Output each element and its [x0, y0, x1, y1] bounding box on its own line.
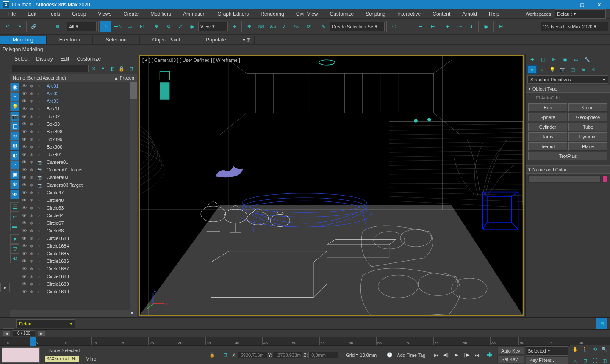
- dope-button[interactable]: 〰: [454, 21, 465, 32]
- visibility-icon[interactable]: 👁: [22, 167, 28, 172]
- polygon-modeling-label[interactable]: Polygon Modeling: [3, 47, 43, 52]
- coord-z-value[interactable]: 0,0mm: [308, 352, 338, 358]
- visibility-icon[interactable]: 👁: [22, 281, 28, 287]
- tab-objectpaint[interactable]: Object Paint: [140, 36, 193, 44]
- freeze-icon[interactable]: ❄: [30, 274, 36, 279]
- add-time-tag[interactable]: Add Time Tag: [397, 353, 430, 358]
- toggle-button[interactable]: ⊞: [427, 21, 438, 32]
- modify-tab-icon[interactable]: ◫: [538, 55, 548, 63]
- scene-item[interactable]: 👁❄○Box02: [20, 113, 130, 120]
- filter-icon[interactable]: ▼: [99, 64, 107, 73]
- object-type-header[interactable]: ▾Object Type: [526, 85, 610, 93]
- scene-item[interactable]: 👁❄○Box901: [20, 151, 130, 158]
- filter-a-icon[interactable]: ☰: [10, 202, 19, 212]
- filter-e-icon[interactable]: ▽: [10, 244, 19, 254]
- scene-item[interactable]: 👁❄○Circle68: [20, 227, 130, 234]
- menu-views[interactable]: Views: [92, 10, 117, 18]
- next-frame-button[interactable]: ∥▶: [462, 350, 471, 360]
- space-cat-icon[interactable]: ≋: [578, 65, 588, 74]
- minimize-button[interactable]: ─: [557, 0, 574, 9]
- freeze-icon[interactable]: ❄: [30, 206, 36, 210]
- visibility-icon[interactable]: 👁: [22, 205, 28, 210]
- primitive-cone[interactable]: Cone: [568, 103, 607, 112]
- freeze-icon[interactable]: ❄: [30, 198, 36, 203]
- visibility-icon[interactable]: 👁: [22, 175, 28, 180]
- spinner-snap-button[interactable]: ⟳: [303, 21, 314, 32]
- scene-item[interactable]: 👁❄○Circle64: [20, 212, 130, 219]
- lights-cat-icon[interactable]: 💡: [548, 65, 557, 74]
- primitive-plane[interactable]: Plane: [568, 142, 607, 151]
- layer-a-icon[interactable]: ≡: [584, 318, 595, 329]
- angle-snap-button[interactable]: ∠: [279, 21, 290, 32]
- material-button[interactable]: ◉: [480, 21, 491, 32]
- scene-item[interactable]: 👁❄📷Camera01: [20, 158, 130, 166]
- freeze-icon[interactable]: ❄: [30, 290, 36, 294]
- scene-item[interactable]: 👁❄○Circle1690: [20, 288, 130, 295]
- tab-selection[interactable]: Selection: [93, 36, 139, 44]
- filter-d-icon[interactable]: ▼: [10, 234, 19, 244]
- scene-item[interactable]: 👁❄○Box900: [20, 143, 130, 151]
- layer-b-icon[interactable]: ⊞: [596, 318, 607, 329]
- filter-hidden-icon[interactable]: 👁: [10, 190, 19, 199]
- freeze-icon[interactable]: ❄: [30, 122, 36, 127]
- filter-xref-icon[interactable]: ◐: [10, 151, 19, 160]
- freeze-icon[interactable]: ❄: [30, 168, 36, 172]
- scene-item[interactable]: 👁❄○Box01: [20, 105, 130, 113]
- coord-x-value[interactable]: 5920,716m: [238, 352, 267, 358]
- freeze-icon[interactable]: ❄: [30, 145, 36, 149]
- freeze-icon[interactable]: ❄: [30, 282, 36, 287]
- goto-start-button[interactable]: ⏮: [431, 350, 441, 360]
- visibility-icon[interactable]: 👁: [22, 106, 28, 111]
- visibility-icon[interactable]: 👁: [22, 152, 28, 157]
- scene-item[interactable]: 👁❄○Arc03: [20, 97, 130, 105]
- freeze-icon[interactable]: ❄: [30, 259, 36, 264]
- menu-grapheditors[interactable]: Graph Editors: [211, 10, 255, 18]
- move-button[interactable]: ✥: [151, 21, 162, 32]
- primitives-dropdown[interactable]: Standard Primitives▾: [527, 75, 608, 84]
- scene-item[interactable]: 👁❄○Circle48: [20, 196, 130, 204]
- tl-prev[interactable]: ◀: [3, 331, 10, 336]
- filter-b-icon[interactable]: ▭: [10, 212, 19, 221]
- snap-button[interactable]: 2.5: [267, 21, 278, 32]
- scale-button[interactable]: ⤢: [175, 21, 186, 32]
- ribbon-expand[interactable]: ▾ ⊞: [239, 36, 255, 44]
- key-button[interactable]: ✚: [483, 349, 496, 361]
- tab-populate[interactable]: Populate: [193, 36, 239, 44]
- systems-cat-icon[interactable]: ✲: [588, 65, 598, 74]
- time-tag-icon[interactable]: 🕐: [384, 350, 395, 361]
- sp-edit[interactable]: Edit: [61, 56, 69, 62]
- play-button[interactable]: ▶: [452, 350, 461, 360]
- layers-button[interactable]: ☰: [415, 21, 426, 32]
- visibility-icon[interactable]: 👁: [22, 221, 28, 226]
- scene-search-input[interactable]: [12, 65, 89, 72]
- freeze-icon[interactable]: ❄: [30, 183, 36, 188]
- close-button[interactable]: ✕: [591, 0, 607, 9]
- scene-scrollbar[interactable]: [130, 82, 137, 310]
- filter-shapes-icon[interactable]: ○: [10, 92, 19, 102]
- primitive-sphere[interactable]: Sphere: [528, 113, 567, 121]
- schematic-button[interactable]: ⬇: [466, 21, 477, 32]
- isolate-icon[interactable]: ⊡: [219, 350, 230, 361]
- filter-f-icon[interactable]: ⟲: [10, 254, 19, 263]
- menu-create[interactable]: Create: [117, 10, 144, 18]
- visibility-icon[interactable]: 👁: [22, 289, 28, 294]
- maxscript-listener[interactable]: MAXScript Mi: [45, 356, 79, 362]
- visibility-icon[interactable]: 👁: [22, 213, 28, 218]
- freeze-icon[interactable]: ❄: [30, 236, 36, 241]
- mirror-button[interactable]: ⏀: [388, 21, 399, 32]
- visibility-icon[interactable]: 👁: [22, 243, 28, 248]
- col-frozen[interactable]: ▲ Frozen: [109, 75, 134, 80]
- keyboard-button[interactable]: ⌨: [255, 21, 266, 32]
- primitive-textplus[interactable]: TextPlus: [528, 152, 607, 160]
- col-name[interactable]: Name (Sorted Ascending): [13, 75, 109, 80]
- setkey-button[interactable]: Set Key: [497, 356, 524, 363]
- freeze-icon[interactable]: ❄: [30, 84, 36, 88]
- filter-dropdown[interactable]: All▾: [67, 22, 97, 31]
- filter-groups-icon[interactable]: ⊞: [10, 141, 19, 150]
- visibility-icon[interactable]: 👁: [22, 160, 28, 165]
- scene-item[interactable]: 👁❄○Circle67: [20, 219, 130, 227]
- scene-item[interactable]: 👁❄○Box899: [20, 135, 130, 143]
- object-color-swatch[interactable]: [602, 175, 607, 183]
- lock-selection-icon[interactable]: 🔒: [207, 350, 218, 361]
- pivot-button[interactable]: ⊞: [229, 21, 240, 32]
